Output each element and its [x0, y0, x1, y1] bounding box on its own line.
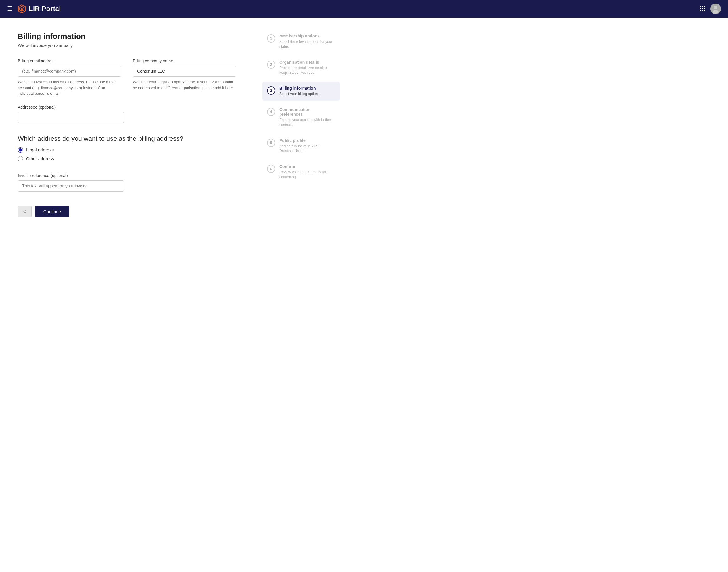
billing-email-input[interactable] [18, 66, 121, 77]
step-desc-3: Select your billing options. [279, 91, 335, 96]
step-title-6: Confirm [279, 164, 335, 169]
addressee-input[interactable] [18, 112, 124, 123]
other-address-radio[interactable] [18, 156, 23, 161]
logo-icon [17, 4, 26, 14]
page-title: Billing information [18, 32, 236, 41]
billing-email-group: Billing email address We send invoices t… [18, 59, 121, 96]
avatar[interactable] [710, 4, 721, 14]
svg-point-14 [713, 10, 719, 14]
step-content-6: Confirm Review your information before c… [279, 164, 335, 180]
header-right [699, 4, 721, 14]
step-content-2: Organisation details Provide the details… [279, 60, 335, 76]
steps-container: 1 Membership options Select the relevant… [262, 29, 340, 184]
hamburger-icon[interactable]: ☰ [7, 5, 12, 12]
sidebar-step-3[interactable]: 3 Billing information Select your billin… [262, 82, 340, 101]
step-title-2: Organisation details [279, 60, 335, 65]
address-radio-group: Legal address Other address [18, 147, 236, 161]
step-content-1: Membership options Select the relevant o… [279, 33, 335, 49]
step-number-6: 6 [267, 165, 275, 173]
step-title-4: Communication preferences [279, 107, 335, 117]
svg-rect-10 [702, 10, 703, 11]
sidebar-step-6[interactable]: 6 Confirm Review your information before… [262, 160, 340, 184]
main-page: Billing information We will invoice you … [0, 18, 728, 572]
invoice-reference-label: Invoice reference (optional) [18, 173, 236, 178]
svg-rect-3 [700, 6, 701, 7]
step-title-3: Billing information [279, 86, 335, 91]
sidebar: 1 Membership options Select the relevant… [254, 18, 348, 572]
svg-rect-5 [704, 6, 705, 7]
sidebar-step-4[interactable]: 4 Communication preferences Expand your … [262, 103, 340, 132]
sidebar-step-1[interactable]: 1 Membership options Select the relevant… [262, 29, 340, 54]
logo-area: LIR Portal [17, 4, 61, 14]
step-number-1: 1 [267, 34, 275, 43]
footer-buttons: < Continue [18, 206, 236, 217]
svg-point-13 [714, 6, 717, 9]
step-content-5: Public profile Add details for your RIPE… [279, 138, 335, 154]
back-button[interactable]: < [18, 206, 31, 217]
page-subtitle: We will invoice you annually. [18, 43, 236, 48]
step-content-4: Communication preferences Expand your ac… [279, 107, 335, 128]
step-desc-6: Review your information before confirmin… [279, 170, 335, 180]
continue-button[interactable]: Continue [35, 206, 69, 217]
step-title-5: Public profile [279, 138, 335, 143]
billing-top-row: Billing email address We send invoices t… [18, 59, 236, 96]
svg-rect-9 [700, 10, 701, 11]
step-number-4: 4 [267, 108, 275, 116]
step-content-3: Billing information Select your billing … [279, 86, 335, 96]
invoice-reference-section: Invoice reference (optional) [18, 173, 236, 192]
step-title-1: Membership options [279, 33, 335, 39]
header: ☰ LIR Portal [0, 0, 728, 18]
sidebar-step-5[interactable]: 5 Public profile Add details for your RI… [262, 134, 340, 158]
step-number-3: 3 [267, 86, 275, 95]
billing-company-hint: We used your Legal Company name. If your… [133, 79, 236, 91]
step-desc-5: Add details for your RIPE Database listi… [279, 144, 335, 154]
step-desc-1: Select the relevant option for your stat… [279, 39, 335, 49]
legal-address-radio[interactable] [18, 147, 23, 153]
main-content: Billing information We will invoice you … [0, 18, 254, 572]
billing-company-input[interactable] [133, 66, 236, 77]
addressee-group: Addressee (optional) [18, 105, 124, 123]
sidebar-step-2[interactable]: 2 Organisation details Provide the detai… [262, 56, 340, 80]
other-address-option[interactable]: Other address [18, 156, 236, 161]
billing-company-group: Billing company name We used your Legal … [133, 59, 236, 96]
other-address-label: Other address [26, 156, 54, 161]
logo-text: LIR Portal [29, 5, 61, 13]
grid-icon[interactable] [699, 5, 706, 13]
addressee-label: Addressee (optional) [18, 105, 124, 110]
step-desc-4: Expand your account with further contact… [279, 118, 335, 128]
header-left: ☰ LIR Portal [7, 4, 61, 14]
step-number-5: 5 [267, 139, 275, 147]
billing-address-section: Which address do you want to use as the … [18, 135, 236, 161]
step-desc-2: Provide the details we need to keep in t… [279, 66, 335, 76]
billing-company-label: Billing company name [133, 59, 236, 63]
legal-address-label: Legal address [26, 147, 54, 152]
billing-address-question: Which address do you want to use as the … [18, 135, 236, 143]
svg-rect-7 [702, 8, 703, 9]
billing-email-label: Billing email address [18, 59, 121, 63]
svg-rect-4 [702, 6, 703, 7]
invoice-reference-input[interactable] [18, 180, 124, 192]
svg-rect-8 [704, 8, 705, 9]
billing-email-hint: We send invoices to this email address. … [18, 79, 121, 96]
legal-address-option[interactable]: Legal address [18, 147, 236, 153]
svg-rect-11 [704, 10, 705, 11]
step-number-2: 2 [267, 61, 275, 69]
svg-rect-6 [700, 8, 701, 9]
